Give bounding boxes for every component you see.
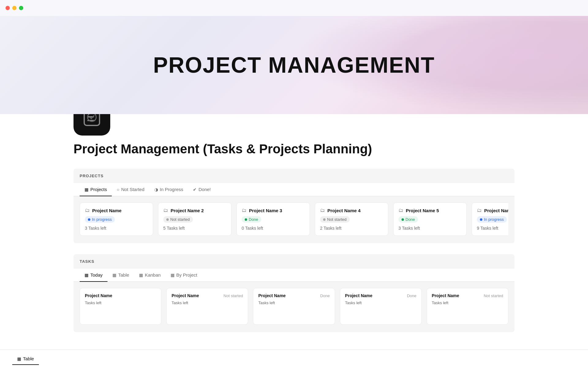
card-6-status-label: In progress	[484, 217, 504, 222]
task-card-1-header: Project Name	[85, 293, 156, 298]
task-preview-card-1[interactable]: Project Name Tasks left	[80, 288, 161, 325]
minimize-button[interactable]	[12, 6, 17, 10]
card-3-status-label: Done	[249, 217, 258, 222]
bottom-table-icon: ▦	[17, 356, 21, 361]
card-2-tasks: 5 Tasks left	[163, 226, 226, 231]
task-card-5-header: Project Name Not started	[432, 293, 503, 298]
tab-done[interactable]: ✔ Done!	[188, 183, 216, 196]
projects-section-title: PROJECTS	[80, 174, 508, 178]
table-tab-icon: ▦	[112, 273, 116, 278]
card-6-header: 🗂 Project Name 6	[477, 208, 508, 213]
today-tab-label: Today	[90, 272, 103, 278]
bottom-tab-bar: ▦ Table	[0, 350, 588, 368]
card-6-status-dot	[480, 218, 482, 221]
close-button[interactable]	[6, 6, 10, 10]
bottom-tab-table[interactable]: ▦ Table	[12, 353, 39, 365]
task-preview-row: Project Name Tasks left Project Name Not…	[80, 282, 508, 332]
card-4-status-dot	[323, 218, 326, 221]
not-started-tab-label: Not Started	[121, 187, 145, 192]
by-project-tab-icon: ▦	[171, 273, 175, 278]
card-3-status-dot	[245, 218, 247, 221]
card-4-status-label: Not started	[327, 217, 347, 222]
task-card-4-status: Done	[407, 293, 417, 298]
task-card-3-header: Project Name Done	[258, 293, 330, 298]
fullscreen-button[interactable]	[19, 6, 23, 10]
projects-tabs: ▦ Projects ○ Not Started ◑ In Progress ✔…	[74, 183, 514, 196]
task-card-5-name: Project Name	[432, 293, 459, 298]
card-1-status-dot	[88, 218, 90, 221]
card-2-title: Project Name 2	[171, 208, 204, 213]
card-1-status: In progress	[85, 216, 115, 223]
kanban-tab-icon: ▦	[139, 273, 143, 278]
folder-icon-6: 🗂	[477, 208, 482, 213]
tab-in-progress[interactable]: ◑ In Progress	[149, 183, 188, 196]
tasks-section-title: TASKS	[80, 259, 508, 264]
task-card-4-name: Project Name	[345, 293, 372, 298]
tab-not-started[interactable]: ○ Not Started	[112, 183, 149, 196]
task-card-3-name: Project Name	[258, 293, 285, 298]
by-project-tab-label: By Project	[176, 272, 197, 278]
folder-icon-3: 🗂	[242, 208, 247, 213]
card-2-header: 🗂 Project Name 2	[163, 208, 226, 213]
in-progress-tab-label: In Progress	[160, 187, 183, 192]
tab-table[interactable]: ▦ Table	[107, 269, 134, 282]
card-2-status-label: Not started	[170, 217, 190, 222]
task-preview-card-2[interactable]: Project Name Not started Tasks left	[166, 288, 248, 325]
task-card-3-status: Done	[320, 293, 330, 298]
task-card-1-name: Project Name	[85, 293, 112, 298]
card-5-header: 🗂 Project Name 5	[398, 208, 462, 213]
card-3-status: Done	[242, 216, 261, 223]
card-6-status: In progress	[477, 216, 507, 223]
projects-section: PROJECTS ▦ Projects ○ Not Started ◑ In P…	[74, 169, 514, 243]
tab-today[interactable]: ▦ Today	[80, 269, 107, 282]
task-card-2-tasks: Tasks left	[172, 301, 243, 305]
card-3-title: Project Name 3	[249, 208, 282, 213]
folder-icon-5: 🗂	[398, 208, 403, 213]
projects-tab-label: Projects	[90, 187, 107, 192]
project-card-2[interactable]: 🗂 Project Name 2 Not started 5 Tasks lef…	[158, 202, 232, 236]
folder-icon-4: 🗂	[320, 208, 325, 213]
card-5-tasks: 3 Tasks left	[398, 226, 462, 231]
card-2-status-dot	[166, 218, 169, 221]
card-5-status-label: Done	[405, 217, 415, 222]
card-4-status: Not started	[320, 216, 350, 223]
tasks-section: TASKS ▦ Today ▦ Table ▦ Kanban ▦ By Proj…	[74, 254, 514, 332]
task-card-2-header: Project Name Not started	[172, 293, 243, 298]
project-card-6[interactable]: 🗂 Project Name 6 In progress 9 Tasks lef…	[472, 202, 508, 236]
in-progress-tab-icon: ◑	[154, 187, 158, 192]
task-preview-card-3[interactable]: Project Name Done Tasks left	[253, 288, 335, 325]
tab-projects[interactable]: ▦ Projects	[80, 183, 112, 196]
card-1-tasks: 3 Tasks left	[85, 226, 148, 231]
folder-icon-1: 🗂	[85, 208, 90, 213]
task-card-4-tasks: Tasks left	[345, 301, 417, 305]
not-started-tab-icon: ○	[117, 187, 119, 192]
card-5-status-dot	[401, 218, 404, 221]
project-card-1[interactable]: 🗂 Project Name In progress 3 Tasks left	[80, 202, 153, 236]
project-card-5[interactable]: 🗂 Project Name 5 Done 3 Tasks left	[393, 202, 467, 236]
task-card-1-tasks: Tasks left	[85, 301, 156, 305]
page-content: Project Management (Tasks & Projects Pla…	[49, 99, 539, 351]
card-4-title: Project Name 4	[327, 208, 360, 213]
bottom-table-label: Table	[23, 356, 34, 361]
card-2-status: Not started	[163, 216, 193, 223]
tab-kanban[interactable]: ▦ Kanban	[134, 269, 166, 282]
task-preview-card-5[interactable]: Project Name Not started Tasks left	[427, 288, 508, 325]
task-card-4-header: Project Name Done	[345, 293, 417, 298]
kanban-tab-label: Kanban	[145, 272, 161, 278]
card-6-title: Project Name 6	[484, 208, 508, 213]
card-3-header: 🗂 Project Name 3	[242, 208, 305, 213]
project-card-4[interactable]: 🗂 Project Name 4 Not started 2 Tasks lef…	[315, 202, 388, 236]
today-tab-icon: ▦	[85, 273, 89, 278]
tab-by-project[interactable]: ▦ By Project	[166, 269, 202, 282]
done-tab-icon: ✔	[193, 187, 197, 192]
card-5-title: Project Name 5	[406, 208, 439, 213]
task-card-5-status: Not started	[484, 293, 503, 298]
card-3-tasks: 0 Tasks left	[242, 226, 305, 231]
card-5-status: Done	[398, 216, 418, 223]
card-4-tasks: 2 Tasks left	[320, 226, 383, 231]
task-preview-card-4[interactable]: Project Name Done Tasks left	[340, 288, 422, 325]
project-card-3[interactable]: 🗂 Project Name 3 Done 0 Tasks left	[236, 202, 310, 236]
tasks-tabs: ▦ Today ▦ Table ▦ Kanban ▦ By Project	[74, 269, 514, 282]
table-tab-label: Table	[118, 272, 129, 278]
task-card-3-tasks: Tasks left	[258, 301, 330, 305]
